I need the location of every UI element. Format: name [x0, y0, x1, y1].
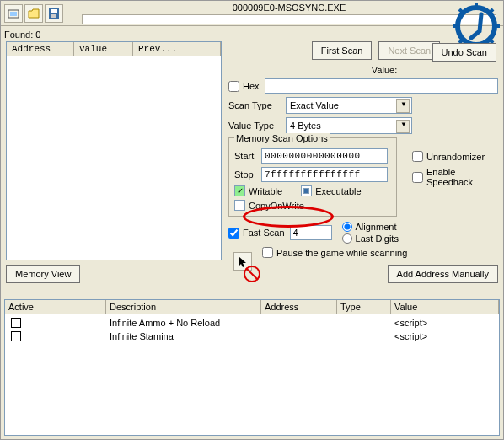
- found-count: Found: 0: [4, 30, 40, 40]
- cheat-table[interactable]: Active Description Address Type Value In…: [4, 299, 500, 436]
- fastscan-checkbox[interactable]: [228, 228, 239, 239]
- unrandomizer-checkbox[interactable]: [412, 151, 423, 162]
- svg-rect-3: [51, 9, 57, 13]
- col-active[interactable]: Active: [5, 300, 106, 314]
- scantype-dropdown[interactable]: Exact Value: [286, 97, 412, 114]
- scantype-label: Scan Type: [228, 100, 281, 110]
- row-value: <script>: [391, 318, 499, 328]
- alignment-label: Alignment: [356, 222, 397, 232]
- scan-value-input[interactable]: [265, 78, 498, 94]
- open-process-icon[interactable]: [4, 4, 23, 23]
- table-row[interactable]: Infinite Stamina<script>: [5, 330, 499, 343]
- hex-label: Hex: [243, 81, 260, 91]
- undo-scan-button[interactable]: Undo Scan: [432, 43, 496, 62]
- table-row[interactable]: Infinite Ammo + No Reload<script>: [5, 316, 499, 330]
- scan-controls: First Scan Next Scan Value: Hex Scan Typ…: [228, 41, 498, 258]
- open-file-icon[interactable]: [24, 4, 43, 23]
- svg-rect-4: [51, 14, 56, 18]
- pause-game-label: Pause the game while scanning: [276, 248, 407, 258]
- process-name: 000009E0-MSOSYNC.EXE: [233, 3, 346, 13]
- svg-rect-1: [10, 12, 17, 16]
- col-type[interactable]: Type: [337, 300, 391, 314]
- cheat-table-header: Active Description Address Type Value: [5, 300, 499, 314]
- copyonwrite-label: CopyOnWrite: [249, 201, 304, 211]
- valuetype-label: Value Type: [228, 121, 281, 131]
- clear-icon[interactable]: [244, 266, 260, 282]
- active-checkbox[interactable]: [11, 318, 21, 328]
- main-toolbar: 000009E0-MSOSYNC.EXE: [1, 1, 503, 26]
- writable-label: Writable: [249, 186, 282, 196]
- copyonwrite-checkbox[interactable]: [234, 200, 245, 211]
- memory-view-button[interactable]: Memory View: [6, 265, 80, 283]
- executable-label: Executable: [315, 186, 361, 196]
- right-options: Unrandomizer Enable Speedhack: [412, 151, 503, 187]
- valuetype-dropdown[interactable]: 4 Bytes: [286, 117, 412, 134]
- hex-checkbox[interactable]: [228, 81, 239, 92]
- row-description: Infinite Ammo + No Reload: [106, 318, 261, 328]
- unrandomizer-label: Unrandomizer: [426, 152, 485, 162]
- next-scan-button: Next Scan: [378, 41, 440, 60]
- svg-point-5: [458, 8, 495, 45]
- col-value[interactable]: Value: [74, 42, 133, 56]
- alignment-radio[interactable]: [342, 222, 352, 232]
- lastdigits-radio[interactable]: [342, 233, 352, 244]
- start-label: Start: [234, 151, 258, 161]
- writable-checkbox[interactable]: ✓: [234, 185, 245, 196]
- row-value: <script>: [391, 331, 499, 341]
- col-value-hdr[interactable]: Value: [391, 300, 499, 314]
- first-scan-button[interactable]: First Scan: [312, 41, 373, 60]
- memory-scan-options: Memory Scan Options Start Stop ✓ Writabl…: [228, 137, 397, 217]
- save-icon[interactable]: [45, 4, 63, 23]
- fastscan-label: Fast Scan: [243, 228, 285, 238]
- speedhack-checkbox[interactable]: [412, 172, 423, 183]
- scan-results-list[interactable]: Address Value Prev...: [6, 41, 222, 260]
- col-address-hdr[interactable]: Address: [261, 300, 337, 314]
- value-label: Value:: [372, 65, 397, 75]
- pause-game-checkbox[interactable]: [262, 247, 273, 258]
- executable-checkbox[interactable]: [301, 185, 312, 196]
- start-address-input[interactable]: [261, 148, 388, 164]
- progress-bar: [82, 14, 496, 24]
- lastdigits-label: Last Digits: [356, 233, 399, 244]
- stop-address-input[interactable]: [261, 167, 388, 182]
- col-prev[interactable]: Prev...: [133, 42, 221, 56]
- col-address[interactable]: Address: [7, 42, 74, 56]
- speedhack-label: Enable Speedhack: [426, 167, 503, 187]
- row-description: Infinite Stamina: [106, 331, 261, 341]
- fastscan-value-input[interactable]: [290, 225, 332, 240]
- add-address-manually-button[interactable]: Add Address Manually: [388, 265, 498, 283]
- active-checkbox[interactable]: [11, 331, 21, 341]
- results-header: Address Value Prev...: [7, 42, 221, 56]
- stop-label: Stop: [234, 169, 258, 180]
- col-description[interactable]: Description: [106, 300, 261, 314]
